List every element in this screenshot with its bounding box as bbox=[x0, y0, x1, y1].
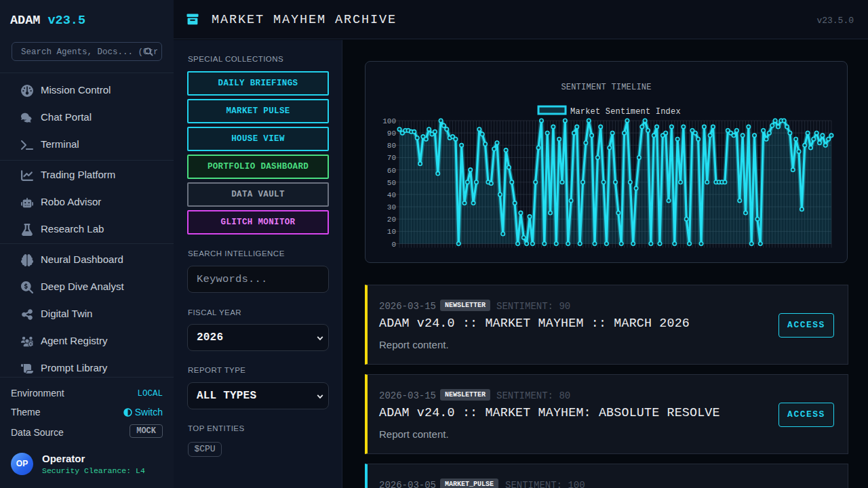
svg-text:20: 20 bbox=[387, 216, 396, 224]
svg-text:SENTIMENT TIMELINE: SENTIMENT TIMELINE bbox=[561, 83, 651, 92]
svg-text:30: 30 bbox=[387, 203, 396, 211]
svg-text:80: 80 bbox=[387, 142, 396, 150]
svg-text:40: 40 bbox=[387, 191, 396, 199]
svg-text:Market Sentiment Index: Market Sentiment Index bbox=[570, 107, 681, 117]
svg-text:90: 90 bbox=[387, 129, 396, 138]
svg-text:10: 10 bbox=[387, 228, 396, 236]
svg-text:50: 50 bbox=[387, 179, 396, 187]
svg-text:100: 100 bbox=[382, 117, 396, 125]
svg-text:60: 60 bbox=[387, 167, 396, 175]
svg-text:0: 0 bbox=[391, 241, 396, 249]
svg-text:70: 70 bbox=[387, 154, 396, 162]
